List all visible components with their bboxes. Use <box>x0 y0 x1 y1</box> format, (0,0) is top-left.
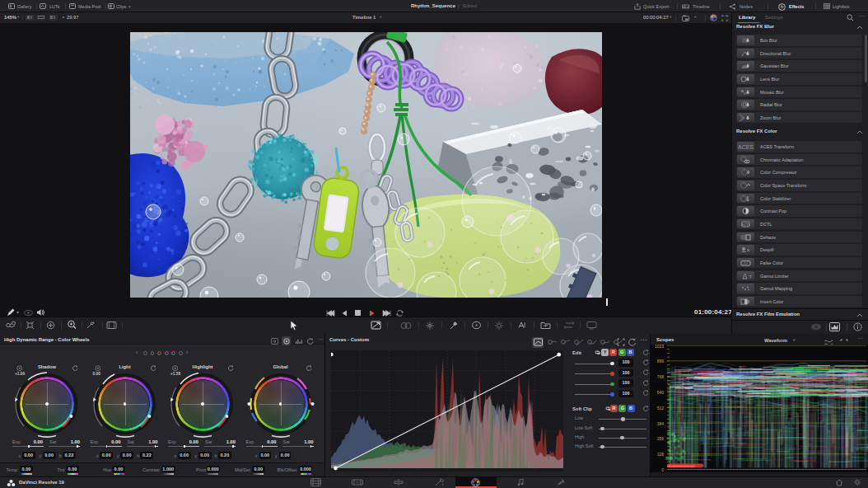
svg-text:256: 256 <box>657 436 665 441</box>
svg-text:640: 640 <box>657 390 665 395</box>
svg-text:128: 128 <box>657 452 665 457</box>
svg-text:DCTL: DCTL <box>741 223 751 227</box>
svg-text:768: 768 <box>657 374 665 379</box>
svg-text:T: T <box>749 274 753 279</box>
svg-text:fx: fx <box>781 5 784 9</box>
svg-text:0: 0 <box>661 467 664 472</box>
svg-text:512: 512 <box>657 406 665 411</box>
svg-text:1023: 1023 <box>655 345 664 349</box>
svg-text:896: 896 <box>657 359 665 364</box>
svg-text:ACES: ACES <box>738 144 754 150</box>
svg-text:384: 384 <box>657 421 665 426</box>
